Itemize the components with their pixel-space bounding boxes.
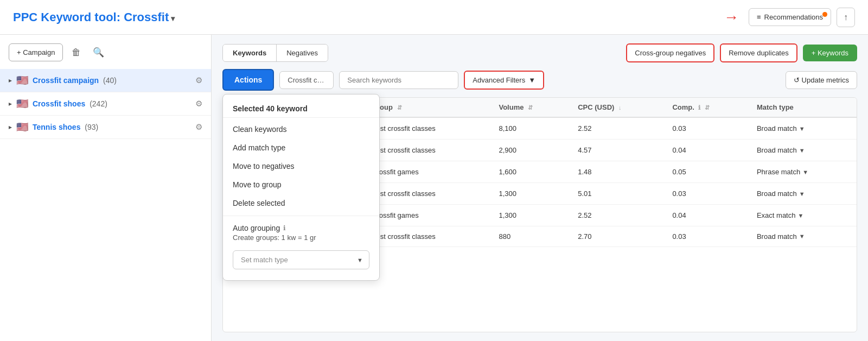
actions-dropdown-wrapper: Actions Selected 40 keyword Clean keywor… [222, 69, 274, 91]
tab-keywords-label: Keywords [233, 49, 266, 57]
delete-icon-button[interactable]: 🗑 [68, 44, 84, 61]
advanced-filters-chevron: ▼ [528, 76, 535, 84]
campaign-count-2: (242) [90, 99, 107, 108]
campaign-name-3: Tennis shoes (93) [33, 123, 98, 131]
match-type-dropdown-arrow-1[interactable]: ▼ [799, 147, 805, 154]
match-type-select[interactable]: Set match type Broad match Phrase match … [233, 250, 369, 269]
notification-dot [822, 12, 827, 17]
dropdown-match-type: Set match type Broad match Phrase match … [223, 246, 379, 276]
tab-negatives[interactable]: Negatives [277, 45, 328, 61]
remove-duplicates-button[interactable]: Remove duplicates [720, 43, 797, 62]
tab-negatives-label: Negatives [286, 49, 318, 57]
sidebar-item-crossfit-shoes[interactable]: ▸ 🇺🇸 Crossfit shoes (242) ⚙ [0, 92, 211, 116]
sidebar-item-tennis-shoes[interactable]: ▸ 🇺🇸 Tennis shoes (93) ⚙ [0, 116, 211, 139]
match-type-dropdown-arrow-0[interactable]: ▼ [799, 125, 805, 132]
red-arrow-icon: → [724, 9, 739, 26]
campaign-count-1: (40) [103, 76, 117, 85]
dropdown-item-move-group[interactable]: Move to group [223, 175, 379, 194]
comp-info-icon[interactable]: ℹ [698, 104, 700, 111]
row-group-3: Best crossfit classes [364, 183, 492, 205]
row-match-2: Phrase match ▼ [749, 161, 857, 183]
col-comp: Comp. ℹ ⇵ [665, 98, 749, 117]
campaign-name-2: Crossfit shoes (242) [33, 99, 107, 108]
match-type-cell-2: Phrase match ▼ [757, 168, 849, 176]
row-volume-5: 880 [491, 226, 570, 247]
tab-group: Keywords Negatives [222, 44, 328, 62]
row-match-5: Broad match ▼ [749, 226, 857, 247]
advanced-filters-button[interactable]: Advanced Filters ▼ [464, 71, 544, 90]
toolbar-right: Cross-group negatives Remove duplicates … [626, 43, 857, 62]
dropdown-selected-info: Selected 40 keyword [223, 99, 379, 118]
content-area: Keywords Negatives Cross-group negatives… [212, 35, 868, 341]
dropdown-item-add-match[interactable]: Add match type [223, 138, 379, 157]
main-layout: + Campaign 🗑 🔍 ▸ 🇺🇸 Crossfit campaign (4… [0, 35, 868, 341]
chevron-right-icon: ▸ [9, 77, 12, 84]
campaign-name-label-1: Crossfit campaign [33, 76, 99, 85]
cpc-sort-icon[interactable]: ↓ [618, 104, 622, 111]
sidebar-item-crossfit-campaign[interactable]: ▸ 🇺🇸 Crossfit campaign (40) ⚙ [0, 69, 211, 92]
row-comp-5: 0.03 [665, 226, 749, 247]
app-title-static: PPC Keyword tool: [13, 10, 124, 24]
gear-icon-3[interactable]: ⚙ [195, 122, 202, 132]
volume-sort-icon[interactable]: ⇵ [528, 104, 533, 111]
update-metrics-button[interactable]: ↺ Update metrics [786, 71, 857, 89]
recommendations-icon: ≡ [757, 13, 761, 21]
match-type-select-wrapper: Set match type Broad match Phrase match … [233, 250, 369, 269]
arrow-indicator: → [724, 9, 743, 26]
row-group-0: Best crossfit classes [364, 117, 492, 140]
recommendations-label: Recommendations [764, 13, 823, 21]
export-icon: ↑ [844, 12, 848, 22]
content-toolbar: Keywords Negatives Cross-group negatives… [222, 43, 857, 62]
row-match-3: Broad match ▼ [749, 183, 857, 205]
app-title-brand: Crossfit [124, 10, 169, 24]
title-chevron[interactable]: ▾ [171, 14, 175, 23]
advanced-filters-label: Advanced Filters [473, 76, 525, 84]
auto-grouping-text: Auto grouping [233, 224, 280, 232]
comp-sort-icon[interactable]: ⇵ [705, 104, 710, 111]
row-volume-4: 1,300 [491, 205, 570, 226]
col-match-type: Match type [749, 98, 857, 117]
match-type-label-4: Exact match [757, 211, 796, 219]
actions-button[interactable]: Actions [222, 69, 274, 91]
tab-keywords[interactable]: Keywords [223, 45, 277, 61]
flag-icon-1: 🇺🇸 [16, 74, 28, 86]
update-metrics-label: ↺ Update metrics [794, 76, 849, 84]
row-comp-2: 0.05 [665, 161, 749, 183]
row-volume-2: 1,600 [491, 161, 570, 183]
sidebar-toolbar: + Campaign 🗑 🔍 [0, 43, 211, 69]
match-type-dropdown-arrow-4[interactable]: ▼ [797, 212, 803, 219]
campaign-filter-label: Crossfit ca... [288, 76, 327, 84]
add-keywords-label: + Keywords [812, 49, 848, 57]
col-cpc: CPC (USD) ↓ [570, 98, 665, 117]
gear-icon-2[interactable]: ⚙ [195, 99, 202, 109]
add-keywords-button[interactable]: + Keywords [803, 45, 857, 61]
remove-duplicates-label: Remove duplicates [729, 49, 789, 57]
search-keywords-input[interactable] [339, 71, 458, 89]
match-type-label-2: Phrase match [757, 168, 800, 176]
row-match-0: Broad match ▼ [749, 117, 857, 140]
dropdown-item-clean[interactable]: Clean keywords [223, 120, 379, 138]
auto-grouping-label: Auto grouping ℹ [233, 224, 369, 232]
chevron-right-icon-2: ▸ [9, 100, 12, 108]
match-type-dropdown-arrow-3[interactable]: ▼ [799, 191, 805, 197]
match-type-label-1: Broad match [757, 146, 797, 154]
gear-icon-1[interactable]: ⚙ [195, 75, 202, 85]
group-sort-icon[interactable]: ⇵ [397, 104, 402, 111]
recommendations-button[interactable]: ≡ Recommendations [749, 8, 831, 26]
dropdown-item-move-negatives[interactable]: Move to negatives [223, 157, 379, 175]
campaign-filter-button[interactable]: Crossfit ca... [279, 71, 334, 89]
campaign-count-3: (93) [85, 123, 98, 131]
search-icon-button[interactable]: 🔍 [90, 43, 107, 61]
dropdown-item-delete[interactable]: Delete selected [223, 194, 379, 212]
info-icon: ℹ [283, 224, 286, 232]
campaign-name-label-2: Crossfit shoes [33, 99, 85, 108]
export-button[interactable]: ↑ [837, 8, 855, 27]
add-campaign-button[interactable]: + Campaign [9, 43, 63, 61]
match-type-label-3: Broad match [757, 190, 797, 198]
cross-negatives-button[interactable]: Cross-group negatives [626, 43, 714, 62]
match-type-dropdown-arrow-2[interactable]: ▼ [802, 169, 808, 175]
match-type-dropdown-arrow-5[interactable]: ▼ [799, 233, 805, 239]
match-type-label-5: Broad match [757, 232, 797, 241]
row-match-1: Broad match ▼ [749, 140, 857, 161]
flag-icon-2: 🇺🇸 [16, 98, 28, 110]
